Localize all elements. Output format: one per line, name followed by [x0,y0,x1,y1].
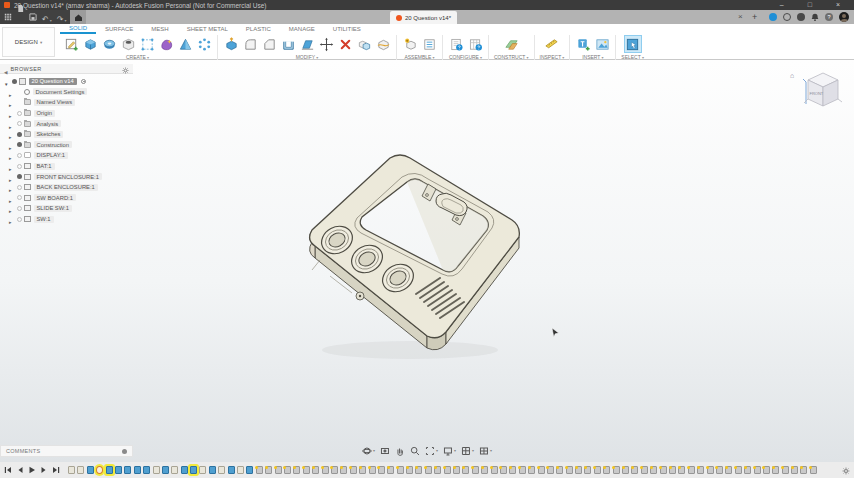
timeline-feature[interactable] [669,466,676,474]
timeline-feature[interactable] [725,466,732,474]
timeline-feature[interactable] [622,466,629,474]
timeline-feature[interactable] [199,466,206,474]
browser-item[interactable]: Analysis [0,118,133,129]
timeline-feature[interactable] [293,466,300,474]
browser-item[interactable]: Sketches [0,129,133,140]
browser-item-label[interactable]: BAT:1 [34,163,55,170]
visibility-eye-icon[interactable] [17,121,22,126]
user-icon[interactable] [797,13,805,21]
close-button[interactable]: × [836,0,840,10]
timeline-feature[interactable] [387,466,394,474]
layout-grid-icon[interactable] [461,446,474,456]
timeline-feature[interactable] [453,466,460,474]
timeline-feature[interactable] [77,466,84,474]
visibility-eye-icon[interactable] [17,174,22,179]
browser-item[interactable]: Construction [0,140,133,151]
timeline-feature[interactable] [256,466,263,474]
timeline-feature[interactable] [782,466,789,474]
timeline-feature[interactable] [735,466,742,474]
timeline-feature[interactable] [716,466,723,474]
pattern-icon[interactable] [196,36,212,52]
home-segment[interactable] [70,10,86,24]
timeline-feature[interactable] [369,466,376,474]
fit-icon[interactable] [425,446,438,456]
tab-close-icon[interactable]: × [738,10,743,24]
revolve-icon[interactable] [101,36,117,52]
browser-item[interactable]: DISPLAY:1 [0,150,133,161]
timeline-feature[interactable] [275,466,282,474]
construction-plane-icon[interactable] [503,36,519,52]
timeline-feature[interactable] [810,466,817,474]
look-at-icon[interactable] [380,446,390,456]
combine-icon[interactable] [356,36,372,52]
browser-item[interactable]: FRONT ENCLOSURE:1 [0,171,133,182]
go-to-end-icon[interactable] [52,466,60,474]
timeline-feature[interactable] [594,466,601,474]
timeline-feature[interactable] [124,466,131,474]
timeline-feature[interactable] [584,466,591,474]
timeline-feature[interactable] [397,466,404,474]
timeline-feature[interactable] [547,466,554,474]
data-panel-grid-icon[interactable] [4,13,12,21]
joint-icon[interactable] [421,36,437,52]
configuration-table-icon[interactable] [467,36,483,52]
ribbon-tab[interactable]: UTILITIES [324,24,370,34]
comments-expand-icon[interactable] [122,449,127,454]
timeline-feature[interactable] [744,466,751,474]
display-settings-icon[interactable] [443,446,456,456]
timeline-feature[interactable] [660,466,667,474]
loft-icon[interactable] [177,36,193,52]
visibility-eye-icon[interactable] [17,153,22,158]
timeline-feature[interactable] [707,466,714,474]
browser-item[interactable]: SW BOARD:1 [0,193,133,204]
browser-item-label[interactable]: Construction [34,141,73,148]
timeline-feature[interactable] [472,466,479,474]
new-tab-icon[interactable]: + [752,10,757,24]
browser-root-label[interactable]: 20 Question v14 [29,78,77,85]
timeline-feature[interactable] [491,466,498,474]
create-form-icon[interactable] [158,36,174,52]
step-back-icon[interactable] [16,466,24,474]
visibility-eye-icon[interactable] [17,132,22,137]
timeline-feature[interactable] [650,466,657,474]
timeline-feature[interactable] [181,466,188,474]
go-to-start-icon[interactable] [4,466,12,474]
chamfer-icon[interactable] [261,36,277,52]
timeline-feature[interactable] [87,466,94,474]
timeline-feature[interactable] [500,466,507,474]
delete-icon[interactable] [337,36,353,52]
timeline-feature[interactable] [209,466,216,474]
timeline-feature[interactable] [190,466,197,474]
select-tool-icon[interactable] [625,36,641,52]
timeline-feature[interactable] [697,466,704,474]
timeline-feature[interactable] [519,466,526,474]
document-tab[interactable]: 20 Question v14* [390,11,457,24]
timeline-feature[interactable] [237,466,244,474]
timeline-feature[interactable] [312,466,319,474]
timeline-feature[interactable] [641,466,648,474]
job-status-icon[interactable] [769,13,777,21]
browser-settings-gear-icon[interactable] [122,60,129,78]
shell-icon[interactable] [280,36,296,52]
timeline-feature[interactable] [791,466,798,474]
zoom-icon[interactable] [410,446,420,456]
browser-item-label[interactable]: FRONT ENCLOSURE:1 [34,173,102,180]
browser-root-item[interactable]: 20 Question v14 [0,76,133,87]
ribbon-tab[interactable]: MESH [142,24,177,34]
workspace-switcher[interactable]: DESIGN [2,27,55,57]
pan-icon[interactable] [395,446,405,456]
derive-selection-icon[interactable] [139,36,155,52]
browser-item[interactable]: SLIDE SW:1 [0,203,133,214]
timeline-feature[interactable] [688,466,695,474]
timeline-feature[interactable] [378,466,385,474]
ribbon-tab[interactable]: SURFACE [96,24,142,34]
timeline-settings-gear-icon[interactable] [842,461,850,479]
timeline-feature[interactable] [425,466,432,474]
timeline-feature[interactable] [115,466,122,474]
play-icon[interactable] [28,466,36,474]
configuration-icon[interactable] [448,36,464,52]
browser-item[interactable]: BAT:1 [0,161,133,172]
step-forward-icon[interactable] [40,466,48,474]
view-cube[interactable]: ⌂ FRONT [790,66,846,124]
expand-arrow-icon[interactable] [9,210,14,228]
